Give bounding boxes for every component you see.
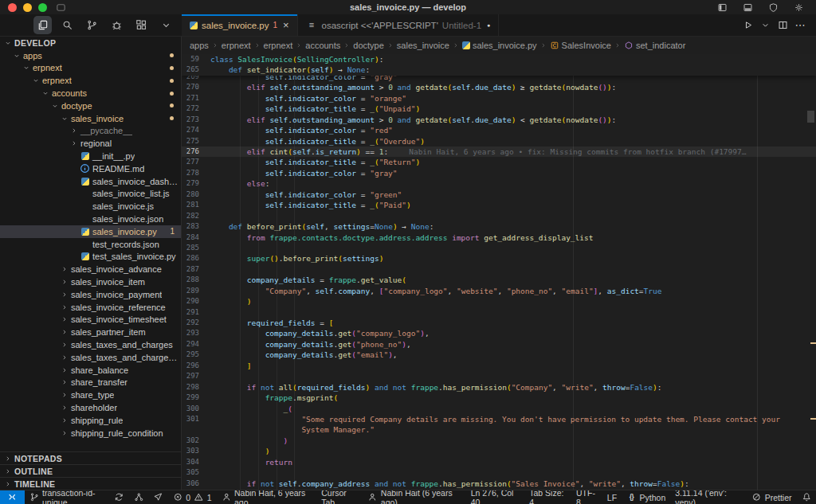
code-line[interactable]: 290 ) [182, 296, 816, 307]
tree-item-sales-invoice[interactable]: sales_invoice [0, 112, 181, 125]
code-line[interactable]: System Manager." [182, 424, 816, 435]
run-button[interactable] [740, 18, 755, 33]
tree-item-share-type[interactable]: share_type [0, 389, 181, 401]
status-eol-sequence[interactable]: LF [602, 490, 622, 504]
shield-button[interactable] [765, 0, 781, 15]
tree-item-test-sales-invoice-py[interactable]: test_sales_invoice.py [0, 251, 181, 264]
breadcrumb-item[interactable]: erpnext [222, 41, 251, 50]
code-line[interactable]: 272 self.indicator_title = _("Unpaid") [182, 104, 816, 114]
tree-item-sales-invoice-dashboard-py[interactable]: sales_invoice_dashboard.py [0, 175, 181, 188]
breadcrumb-item[interactable]: apps [190, 41, 209, 50]
code-line[interactable]: 265 def set_indicator(self) → None: [182, 64, 816, 75]
code-line[interactable]: 275 self.indicator_title = _("Overdue") [182, 136, 816, 147]
tab-osascript-applescript-[interactable]: ≡osascript <<'APPLESCRIPT'Untitled-1● [298, 14, 500, 36]
tree-item-share-balance[interactable]: share_balance [0, 364, 181, 377]
code-line[interactable]: 307 frappe.msgprint( [182, 489, 816, 490]
status-python-interpreter[interactable]: 3.11.14 ('env': venv) [670, 490, 747, 504]
activity-source-control-button[interactable] [83, 16, 101, 34]
tree-item-sales-invoice-py[interactable]: sales_invoice.py1 [0, 225, 181, 238]
tree-item-sales-invoice-json[interactable]: sales_invoice.json [0, 213, 181, 225]
split-editor-button[interactable] [775, 18, 790, 33]
status-remote-indicator[interactable] [0, 490, 25, 504]
code-line[interactable]: 270 elif self.outstanding_amount > 0 and… [182, 82, 816, 92]
code-line[interactable]: 286 super().before_print(settings) [182, 253, 816, 264]
code-lines[interactable]: 269 self.indicator_color = "gray"270 eli… [182, 76, 816, 490]
breadcrumb-item[interactable]: SalesInvoice [550, 41, 611, 50]
activity-run-debug-button[interactable] [108, 16, 126, 34]
status-prettier[interactable]: Prettier [747, 490, 796, 504]
more-actions-button[interactable]: ⋯ [792, 18, 808, 33]
tree-item-sales-invoice-js[interactable]: sales_invoice.js [0, 200, 181, 213]
code-line[interactable]: 269 self.indicator_color = "gray" [182, 76, 816, 83]
code-line[interactable]: 285 [182, 243, 816, 253]
code-line[interactable]: 279 else: [182, 178, 816, 189]
tab-dirty-icon[interactable]: ● [485, 22, 490, 28]
editor-pane[interactable]: appserpnexterpnextaccountsdoctypesales_i… [182, 37, 816, 490]
code-area[interactable]: 59class SalesInvoice(SellingController):… [182, 54, 816, 490]
code-line[interactable]: 303 ) [182, 446, 816, 456]
status-language-mode[interactable]: {}Python [622, 490, 670, 504]
code-line[interactable]: 274 self.indicator_color = "red" [182, 125, 816, 135]
status-problems[interactable]: 01 [168, 490, 217, 504]
activity-search-button[interactable] [58, 16, 76, 34]
code-line[interactable]: 293 company_details.get("company_logo"), [182, 328, 816, 338]
activity-extensions-button[interactable] [132, 16, 151, 34]
tree-item-erpnext[interactable]: erpnext [0, 74, 181, 87]
tree-item-erpnext[interactable]: erpnext [0, 62, 181, 75]
status-cursor-position[interactable]: Ln 276, Col 40 [466, 490, 525, 504]
code-line[interactable]: 273 elif self.outstanding_amount > 0 and… [182, 115, 816, 125]
tree-item-regional[interactable]: regional [0, 137, 181, 150]
code-line[interactable]: 291 [182, 307, 816, 318]
code-line[interactable]: 301 "Some required Company details are m… [182, 414, 816, 424]
status-blame-annotation[interactable]: Nabin Hait, 6 years ago [217, 490, 317, 504]
tree-item-test-records-json[interactable]: test_records.json [0, 238, 181, 251]
status-encoding[interactable]: UTF-8 [571, 490, 602, 504]
tree-item-shareholder[interactable]: shareholder [0, 401, 181, 414]
code-line[interactable]: 302 ) [182, 436, 816, 446]
tree-item-apps[interactable]: apps [0, 49, 181, 62]
breadcrumb-item[interactable]: erpnext [264, 41, 293, 50]
code-line[interactable]: 305 [182, 467, 816, 478]
tree-item-sales-invoice-list-js[interactable]: sales_invoice_list.js [0, 188, 181, 201]
code-line[interactable]: 287 [182, 264, 816, 275]
tree-item-sales-invoice-timesheet[interactable]: sales_invoice_timesheet [0, 314, 181, 326]
section-notepads[interactable]: NOTEPADS [0, 451, 181, 464]
tree-item-sales-invoice-advance[interactable]: sales_invoice_advance [0, 263, 181, 275]
status-git-graph[interactable] [129, 490, 149, 504]
tree-item-sales-invoice-item[interactable]: sales_invoice_item [0, 275, 181, 288]
code-line[interactable]: 296 ] [182, 361, 816, 371]
code-line[interactable]: 284 from frappe.contacts.doctype.address… [182, 232, 816, 243]
code-line[interactable]: 300 _( [182, 404, 816, 414]
tab-sales-invoice-py[interactable]: sales_invoice.py1× [182, 14, 298, 36]
status-cursor-tab[interactable]: Cursor Tab [316, 490, 363, 504]
tree-item-sales-taxes-and-charges[interactable]: sales_taxes_and_charges [0, 338, 181, 351]
code-line[interactable]: 276 elif cint(self.is_return) == 1:Nabin… [182, 147, 816, 157]
section-timeline[interactable]: TIMELINE [0, 477, 181, 490]
code-line[interactable]: 278 self.indicator_color = "gray" [182, 168, 816, 178]
breadcrumb-item[interactable]: sales_invoice.py [462, 41, 537, 50]
breadcrumb-item[interactable]: sales_invoice [397, 41, 449, 50]
breadcrumb-item[interactable]: accounts [305, 41, 340, 50]
breadcrumb-item[interactable]: doctype [353, 41, 384, 50]
status-sync-changes[interactable] [109, 490, 129, 504]
layout-panel-button[interactable] [740, 0, 755, 15]
code-line[interactable]: 282 [182, 211, 816, 221]
tree-item-share-transfer[interactable]: share_transfer [0, 377, 181, 389]
status-git-branch[interactable]: transaction-id-unique [25, 490, 110, 504]
code-line[interactable]: 304 return [182, 457, 816, 467]
code-line[interactable]: 299 frappe.msgprint( [182, 393, 816, 403]
status-blame-annotation-2[interactable]: Nabin Hait (6 years ago) [363, 490, 465, 504]
chevron-down-button[interactable] [757, 18, 773, 33]
tab-close-icon[interactable]: × [281, 19, 289, 31]
code-line[interactable]: 283 def before_print(self, settings=None… [182, 221, 816, 232]
status-notifications[interactable] [797, 490, 816, 504]
code-line[interactable]: 288 company_details = frappe.get_value( [182, 275, 816, 285]
tree-item--pycache-[interactable]: __pycache__ [0, 125, 181, 138]
scrollbar-thumb[interactable] [807, 111, 814, 123]
layout-sidebar-button[interactable] [714, 0, 730, 15]
settings-gear-button[interactable] [790, 0, 806, 15]
activity-explorer-files-button[interactable] [33, 16, 52, 34]
code-line[interactable]: 59class SalesInvoice(SellingController): [182, 54, 816, 64]
tree-item-accounts[interactable]: accounts [0, 87, 181, 100]
breadcrumb-item[interactable]: set_indicator [624, 41, 685, 50]
